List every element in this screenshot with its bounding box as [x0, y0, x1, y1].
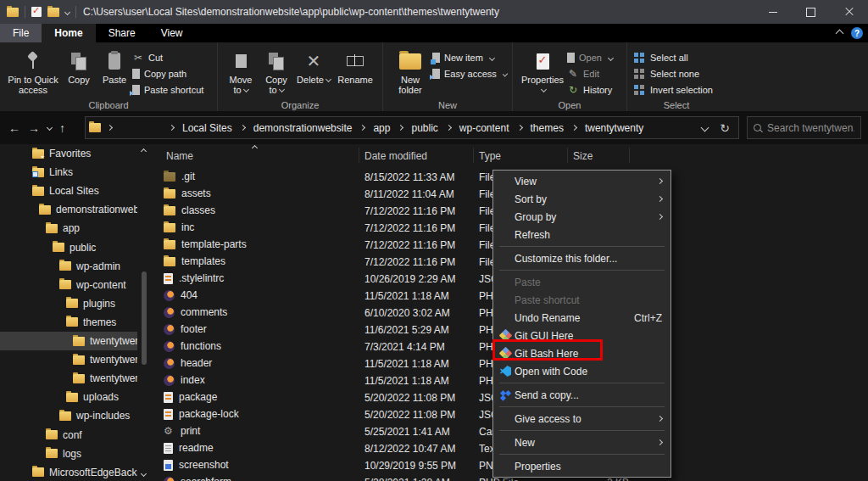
- ribbon-group-organize: Move to Copy to ✕ Delete Rename Organize: [218, 42, 383, 111]
- menu-item-sort-by[interactable]: Sort by: [493, 190, 670, 208]
- php-file-icon: [164, 375, 175, 386]
- menu-item-properties[interactable]: Properties: [493, 457, 670, 475]
- new-folder-button[interactable]: New folder: [388, 46, 432, 97]
- column-header-date-modified[interactable]: Date modified: [364, 150, 427, 162]
- breadcrumb-item-app[interactable]: app: [371, 121, 392, 135]
- refresh-icon[interactable]: ↻: [720, 121, 730, 135]
- open-button[interactable]: Open: [567, 51, 621, 64]
- sidebar-item-plugins[interactable]: plugins: [0, 294, 137, 313]
- new-item-button[interactable]: New item: [432, 51, 507, 64]
- breadcrumb-item-demonstrationwebsite[interactable]: demonstrationwebsite: [252, 121, 354, 135]
- easy-access-button[interactable]: Easy access: [432, 67, 507, 81]
- breadcrumb-item-wp-content[interactable]: wp-content: [458, 121, 511, 135]
- menu-item-new[interactable]: New: [493, 433, 670, 451]
- sidebar-item-wp-includes[interactable]: wp-includes: [0, 406, 137, 425]
- sidebar-item-favorites[interactable]: Favorites: [0, 144, 137, 163]
- sidebar-item-twentytwenty[interactable]: twentytwenty: [0, 369, 137, 388]
- cut-button[interactable]: ✂ Cut: [132, 51, 212, 64]
- file-name-cell: package-lock: [164, 408, 354, 420]
- select-none-button[interactable]: Select none: [632, 67, 721, 81]
- menu-item-group-by[interactable]: Group by: [493, 208, 670, 226]
- invert-selection-button[interactable]: Invert selection: [632, 83, 721, 97]
- close-button[interactable]: [830, 0, 868, 24]
- properties-quick-icon[interactable]: [31, 7, 42, 17]
- sidebar-item-demonstrationwebsite[interactable]: demonstrationwebsite: [0, 200, 137, 219]
- menu-item-give-access-to[interactable]: Give access to: [493, 410, 670, 428]
- help-icon[interactable]: ?: [851, 27, 863, 39]
- breadcrumb-item-public[interactable]: public: [409, 121, 439, 135]
- sidebar-scrollbar[interactable]: [140, 144, 148, 481]
- minimize-button[interactable]: [754, 0, 792, 24]
- breadcrumb-item-local-sites[interactable]: Local Sites: [181, 121, 234, 135]
- maximize-button[interactable]: [792, 0, 830, 24]
- json-file-icon: [164, 273, 173, 284]
- menu-item-customize-this-folder[interactable]: Customize this folder...: [493, 249, 670, 267]
- sidebar-item-twentytwenty[interactable]: twentytwenty: [0, 350, 137, 369]
- menu-item-send-a-copy[interactable]: Send a copy...: [493, 386, 670, 404]
- sidebar-item-microsoftedgebackups[interactable]: MicrosoftEdgeBackups: [0, 463, 137, 481]
- edit-button[interactable]: ✎ Edit: [567, 67, 621, 81]
- copy-path-button[interactable]: Copy path: [132, 67, 212, 81]
- sidebar-item-links[interactable]: Links: [0, 163, 137, 182]
- folder-icon: [164, 189, 175, 199]
- sidebar-item-conf[interactable]: conf: [0, 426, 137, 445]
- tab-view[interactable]: View: [148, 24, 196, 42]
- select-all-button[interactable]: Select all: [632, 51, 721, 64]
- folder-icon: [66, 393, 78, 402]
- paste-shortcut-button[interactable]: Paste shortcut: [132, 83, 212, 97]
- column-header-size[interactable]: Size: [573, 150, 593, 162]
- scroll-down-icon[interactable]: [141, 471, 147, 477]
- menu-item-label: Paste shortcut: [515, 294, 580, 306]
- up-button[interactable]: ↑: [59, 121, 65, 135]
- search-input[interactable]: Search twentytwen...: [747, 116, 861, 139]
- address-box[interactable]: Local Sitesdemonstrationwebsiteapppublic…: [85, 116, 739, 139]
- sidebar-item-label: demonstrationwebsite: [56, 204, 137, 215]
- copy-to-button[interactable]: Copy to: [259, 46, 294, 97]
- chevron-down-icon: [489, 54, 495, 60]
- history-button[interactable]: ↻ History: [567, 83, 621, 97]
- folder-icon: [73, 355, 85, 365]
- scroll-up-icon[interactable]: [141, 148, 147, 154]
- customize-qat-chevron-icon[interactable]: [64, 8, 70, 14]
- pin-to-quick-access-button[interactable]: Pin to Quick access: [5, 46, 61, 97]
- minimize-ribbon-icon[interactable]: [836, 29, 844, 37]
- back-button[interactable]: ←: [8, 121, 20, 135]
- sidebar-item-wp-content[interactable]: wp-content: [0, 276, 137, 294]
- sidebar-item-twentytwenty[interactable]: twentytwenty: [0, 332, 137, 350]
- menu-item-open-with-code[interactable]: Open with Code: [493, 362, 670, 380]
- folder-icon: [164, 257, 175, 266]
- paste-button[interactable]: Paste: [97, 46, 132, 87]
- sidebar-item-public[interactable]: public: [0, 238, 137, 257]
- copy-button[interactable]: Copy: [61, 46, 97, 87]
- menu-item-view[interactable]: View: [493, 172, 670, 190]
- column-header-type[interactable]: Type: [479, 150, 501, 162]
- forward-button[interactable]: →: [28, 121, 40, 135]
- sidebar-item-themes[interactable]: themes: [0, 313, 137, 332]
- rename-button[interactable]: Rename: [333, 46, 377, 87]
- address-dropdown-chevron-icon[interactable]: [701, 124, 709, 132]
- breadcrumb-chevron-icon: [107, 125, 113, 131]
- menu-item-refresh[interactable]: Refresh: [493, 226, 670, 243]
- sidebar-item-local-sites[interactable]: Local Sites: [0, 182, 137, 200]
- new-folder-quick-icon[interactable]: [47, 8, 59, 17]
- sidebar-item-app[interactable]: app: [0, 219, 137, 238]
- recent-locations-chevron-icon[interactable]: [47, 125, 53, 131]
- scrollbar-thumb[interactable]: [142, 271, 147, 365]
- git-bash-highlight-box: [492, 339, 603, 361]
- file-name: header: [181, 357, 212, 369]
- breadcrumb: Local Sitesdemonstrationwebsiteapppublic…: [89, 121, 702, 135]
- tab-file[interactable]: File: [0, 24, 42, 42]
- tab-home[interactable]: Home: [42, 24, 95, 42]
- tab-share[interactable]: Share: [96, 24, 148, 42]
- sort-ascending-icon: [252, 145, 258, 151]
- sidebar-item-wp-admin[interactable]: wp-admin: [0, 257, 137, 276]
- properties-button[interactable]: Properties: [518, 46, 567, 97]
- delete-button[interactable]: ✕ Delete: [294, 46, 333, 87]
- breadcrumb-item-twentytwenty[interactable]: twentytwenty: [583, 121, 645, 135]
- sidebar-item-logs[interactable]: logs: [0, 445, 137, 463]
- move-to-button[interactable]: Move to: [223, 46, 259, 97]
- breadcrumb-item-themes[interactable]: themes: [529, 121, 565, 135]
- sidebar-item-uploads[interactable]: uploads: [0, 388, 137, 406]
- menu-item-undo-rename[interactable]: Undo RenameCtrl+Z: [493, 309, 670, 327]
- column-header-name[interactable]: Name: [166, 150, 193, 162]
